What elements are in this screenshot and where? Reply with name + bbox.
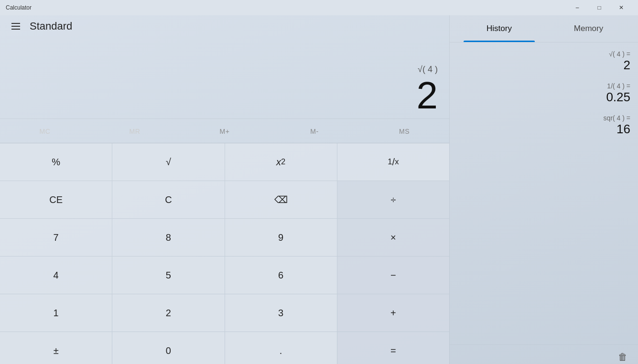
history-entry[interactable]: 1/( 4 ) = 0.25 [457,82,630,105]
button-equals[interactable]: = [337,332,449,364]
title-bar: Calculator – □ ✕ [0,0,638,15]
hamburger-line [11,26,20,27]
memory-mr-button[interactable]: MR [90,122,180,141]
app-title: Calculator [6,4,566,11]
button-multiply[interactable]: × [337,219,449,256]
hamburger-line [11,29,20,30]
button-two[interactable]: 2 [112,294,224,332]
memory-mplus-button[interactable]: M+ [180,122,270,141]
memory-ms-button[interactable]: MS [359,122,449,141]
calc-mode-title: Standard [30,20,72,32]
button-sqrt[interactable]: √ [112,143,224,181]
button-one[interactable]: 1 [0,294,112,332]
tab-history[interactable]: History [454,15,544,42]
button-three[interactable]: 3 [225,294,337,332]
button-square[interactable]: x2 [225,143,337,181]
window-controls: – □ ✕ [566,0,632,15]
maximize-button[interactable]: □ [588,0,610,15]
button-nine[interactable]: 9 [225,219,337,256]
result-display: 2 [417,76,438,115]
button-reciprocal[interactable]: 1/x [337,143,449,181]
history-list: √( 4 ) = 2 1/( 4 ) = 0.25 sqr( 4 ) = 16 [450,43,638,344]
history-entry[interactable]: sqr( 4 ) = 16 [457,114,630,137]
button-four[interactable]: 4 [0,257,112,294]
memory-mc-button[interactable]: MC [0,122,90,141]
button-zero[interactable]: 0 [112,332,224,364]
history-result: 2 [624,58,630,73]
history-expression: 1/( 4 ) = [607,82,630,90]
button-decimal[interactable]: . [225,332,337,364]
button-eight[interactable]: 8 [112,219,224,256]
minimize-button[interactable]: – [566,0,588,15]
history-expression: sqr( 4 ) = [604,114,630,122]
history-result: 0.25 [606,90,630,105]
history-entry[interactable]: √( 4 ) = 2 [457,50,630,73]
button-subtract[interactable]: − [337,257,449,294]
history-result: 16 [616,122,630,137]
clear-history-button[interactable]: 🗑 [613,349,632,364]
hamburger-button[interactable] [10,21,22,32]
memory-mminus-button[interactable]: M- [270,122,359,141]
side-panel-footer: 🗑 [450,344,638,364]
close-button[interactable]: ✕ [610,0,632,15]
hamburger-line [11,23,20,24]
button-negate[interactable]: ± [0,332,112,364]
button-ce[interactable]: CE [0,181,112,218]
history-expression: √( 4 ) = [609,50,630,58]
button-seven[interactable]: 7 [0,219,112,256]
button-five[interactable]: 5 [112,257,224,294]
button-six[interactable]: 6 [225,257,337,294]
calculator-panel: Standard √( 4 ) 2 MCMRM+M-MS %√x21/xCEC⌫… [0,15,449,364]
memory-row: MCMRM+M-MS [0,118,449,143]
button-grid: %√x21/xCEC⌫÷789×456−123+±0.= [0,143,449,364]
side-tabs: HistoryMemory [450,15,638,43]
calc-header: Standard [0,15,449,32]
display-area: √( 4 ) 2 [0,32,449,118]
side-panel: HistoryMemory √( 4 ) = 2 1/( 4 ) = 0.25 … [449,15,638,364]
button-clear[interactable]: C [112,181,224,218]
main-content: Standard √( 4 ) 2 MCMRM+M-MS %√x21/xCEC⌫… [0,15,638,364]
expression-display: √( 4 ) [418,64,438,75]
button-add[interactable]: + [337,294,449,332]
tab-memory[interactable]: Memory [544,15,633,42]
button-divide[interactable]: ÷ [337,181,449,218]
button-percent[interactable]: % [0,143,112,181]
button-backspace[interactable]: ⌫ [225,181,337,218]
